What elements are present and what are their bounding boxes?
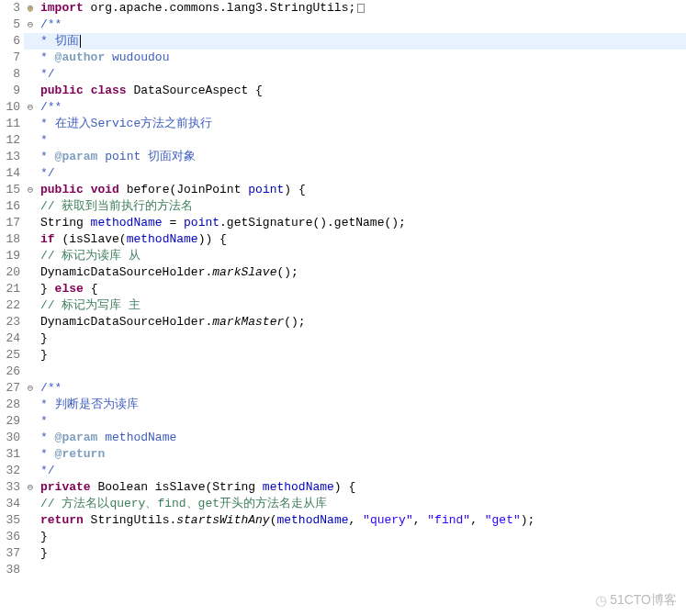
fold-marker[interactable] xyxy=(24,264,37,281)
code-line[interactable]: 7 * @author wudoudou xyxy=(0,50,686,66)
code-line[interactable]: 33 ⊖ private Boolean isSlave(String meth… xyxy=(0,479,686,496)
fold-marker[interactable] xyxy=(24,116,37,132)
fold-marker[interactable] xyxy=(24,446,37,463)
line-number: 33 xyxy=(0,479,24,496)
line-number: 34 xyxy=(0,496,24,512)
line-number: 21 xyxy=(0,281,24,297)
code-content: /** xyxy=(37,17,686,33)
code-content xyxy=(37,364,686,380)
code-line[interactable]: 12 * xyxy=(0,132,686,149)
code-line[interactable]: 27 ⊖ /** xyxy=(0,380,686,397)
fold-marker[interactable] xyxy=(24,545,37,562)
code-line[interactable]: 21 } else { xyxy=(0,281,686,297)
fold-marker[interactable] xyxy=(24,413,37,430)
code-content: if (isSlave(methodName)) { xyxy=(37,231,686,248)
code-line[interactable]: 17 String methodName = point.getSignatur… xyxy=(0,215,686,231)
code-line[interactable]: 29 * xyxy=(0,413,686,430)
fold-marker[interactable]: ⊖ xyxy=(24,17,37,33)
code-content: * xyxy=(37,132,686,149)
code-line[interactable]: 24 } xyxy=(0,330,686,347)
code-content: public class DataSourceAspect { xyxy=(37,83,686,99)
fold-marker[interactable]: ⊖ xyxy=(24,380,37,397)
fold-marker[interactable] xyxy=(24,430,37,446)
code-content: * @param point 切面对象 xyxy=(37,149,686,165)
code-line[interactable]: 28 * 判断是否为读库 xyxy=(0,397,686,413)
code-content: // 获取到当前执行的方法名 xyxy=(37,198,686,215)
code-line[interactable]: 26 xyxy=(0,364,686,380)
fold-marker[interactable] xyxy=(24,149,37,165)
code-line[interactable]: 13 * @param point 切面对象 xyxy=(0,149,686,165)
fold-marker[interactable] xyxy=(24,512,37,529)
code-line[interactable]: 38 xyxy=(0,562,686,578)
code-line[interactable]: 25 } xyxy=(0,347,686,364)
fold-marker[interactable] xyxy=(24,529,37,545)
fold-marker[interactable] xyxy=(24,231,37,248)
collapsed-box-icon[interactable] xyxy=(357,4,365,13)
fold-marker[interactable]: ⊖ xyxy=(24,99,37,116)
fold-marker[interactable] xyxy=(24,347,37,364)
code-line[interactable]: 36 } xyxy=(0,529,686,545)
code-line[interactable]: 31 * @return xyxy=(0,446,686,463)
fold-marker[interactable] xyxy=(24,198,37,215)
code-line[interactable]: 16 // 获取到当前执行的方法名 xyxy=(0,198,686,215)
code-line[interactable]: 30 * @param methodName xyxy=(0,430,686,446)
code-content: // 标记为写库 主 xyxy=(37,297,686,314)
fold-marker[interactable] xyxy=(24,562,37,578)
fold-marker[interactable] xyxy=(24,397,37,413)
code-content: * @return xyxy=(37,446,686,463)
code-line[interactable]: 3⊕ ⊕ import org.apache.commons.lang3.Str… xyxy=(0,0,686,17)
fold-marker[interactable] xyxy=(24,314,37,330)
code-line[interactable]: 20 DynamicDataSourceHolder.markSlave(); xyxy=(0,264,686,281)
code-line[interactable]: 5 ⊖ /** xyxy=(0,17,686,33)
fold-marker[interactable] xyxy=(24,297,37,314)
code-content: public void before(JoinPoint point) { xyxy=(37,182,686,198)
fold-marker[interactable] xyxy=(24,463,37,479)
code-line-active[interactable]: 6 * 切面 xyxy=(0,33,686,50)
code-content: return StringUtils.startsWithAny(methodN… xyxy=(37,512,686,529)
code-editor[interactable]: 3⊕ ⊕ import org.apache.commons.lang3.Str… xyxy=(0,0,686,578)
code-content: // 标记为读库 从 xyxy=(37,248,686,264)
code-line[interactable]: 10 ⊖ /** xyxy=(0,99,686,116)
line-number: 18 xyxy=(0,231,24,248)
code-content: } xyxy=(37,529,686,545)
fold-marker[interactable]: ⊖ xyxy=(24,479,37,496)
code-line[interactable]: 19 // 标记为读库 从 xyxy=(0,248,686,264)
code-line[interactable]: 34 // 方法名以query、find、get开头的方法名走从库 xyxy=(0,496,686,512)
line-number: 12 xyxy=(0,132,24,149)
code-line[interactable]: 8 */ xyxy=(0,66,686,83)
code-content: import org.apache.commons.lang3.StringUt… xyxy=(37,0,686,17)
fold-marker[interactable] xyxy=(24,364,37,380)
line-number: 3⊕ xyxy=(0,0,24,17)
code-line[interactable]: 37 } xyxy=(0,545,686,562)
code-line[interactable]: 9 public class DataSourceAspect { xyxy=(0,83,686,99)
fold-marker[interactable] xyxy=(24,66,37,83)
fold-marker[interactable] xyxy=(24,33,37,50)
fold-marker[interactable] xyxy=(24,281,37,297)
fold-marker[interactable]: ⊖ xyxy=(24,182,37,198)
code-line[interactable]: 11 * 在进入Service方法之前执行 xyxy=(0,116,686,132)
code-line[interactable]: 14 */ xyxy=(0,165,686,182)
fold-marker[interactable] xyxy=(24,496,37,512)
fold-marker[interactable] xyxy=(24,215,37,231)
line-number: 11 xyxy=(0,116,24,132)
code-line[interactable]: 22 // 标记为写库 主 xyxy=(0,297,686,314)
code-content: DynamicDataSourceHolder.markMaster(); xyxy=(37,314,686,330)
fold-marker[interactable] xyxy=(24,330,37,347)
fold-marker[interactable] xyxy=(24,132,37,149)
line-number: 29 xyxy=(0,413,24,430)
line-number: 8 xyxy=(0,66,24,83)
fold-marker[interactable] xyxy=(24,248,37,264)
fold-marker[interactable] xyxy=(24,50,37,66)
code-line[interactable]: 15 ⊖ public void before(JoinPoint point)… xyxy=(0,182,686,198)
line-number: 25 xyxy=(0,347,24,364)
line-number: 37 xyxy=(0,545,24,562)
code-line[interactable]: 32 */ xyxy=(0,463,686,479)
import-expand-icon[interactable]: ⊕ xyxy=(28,2,33,18)
line-number: 19 xyxy=(0,248,24,264)
code-line[interactable]: 23 DynamicDataSourceHolder.markMaster(); xyxy=(0,314,686,330)
fold-marker[interactable] xyxy=(24,83,37,99)
code-line[interactable]: 18 if (isSlave(methodName)) { xyxy=(0,231,686,248)
code-line[interactable]: 35 return StringUtils.startsWithAny(meth… xyxy=(0,512,686,529)
fold-marker[interactable] xyxy=(24,165,37,182)
line-number: 9 xyxy=(0,83,24,99)
